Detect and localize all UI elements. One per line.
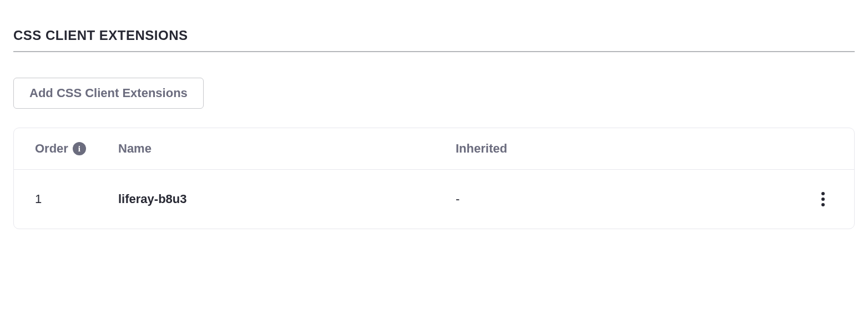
extensions-table: Order i Name Inherited 1 liferay-b8u3 - — [13, 128, 855, 229]
col-header-inherited: Inherited — [456, 141, 800, 156]
section-title: CSS CLIENT EXTENSIONS — [13, 28, 855, 52]
svg-point-2 — [821, 203, 825, 206]
cell-name: liferay-b8u3 — [118, 192, 456, 206]
kebab-menu-icon — [821, 192, 825, 206]
add-css-client-extensions-button[interactable]: Add CSS Client Extensions — [13, 78, 204, 109]
col-header-order: Order i — [35, 141, 118, 156]
info-icon[interactable]: i — [73, 142, 86, 155]
col-header-order-label: Order — [35, 141, 68, 156]
cell-actions — [800, 189, 833, 209]
svg-point-0 — [821, 192, 825, 195]
row-actions-button[interactable] — [813, 189, 833, 209]
cell-order: 1 — [35, 192, 118, 206]
svg-point-1 — [821, 198, 825, 201]
col-header-name: Name — [118, 141, 456, 156]
cell-inherited: - — [456, 192, 800, 206]
table-row: 1 liferay-b8u3 - — [14, 170, 854, 229]
table-header-row: Order i Name Inherited — [14, 128, 854, 170]
